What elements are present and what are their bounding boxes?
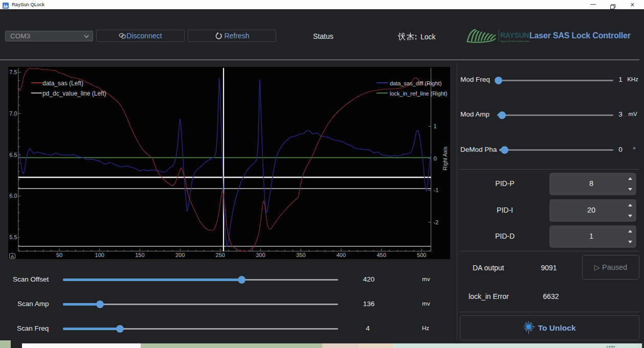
svg-text:100: 100 <box>95 252 104 258</box>
svg-text:500: 500 <box>417 252 426 258</box>
svg-text:5.5: 5.5 <box>9 234 17 240</box>
svg-text:0: 0 <box>434 155 437 161</box>
svg-text:data_sas_diff (Right): data_sas_diff (Right) <box>390 80 441 86</box>
svg-text:A: A <box>11 254 14 259</box>
svg-text:pd_dc_value_line (Left): pd_dc_value_line (Left) <box>42 90 106 97</box>
svg-text:Lighting Your Future DaySun Vi: Lighting Your Future DaySun Vision <box>500 40 529 42</box>
svg-text:200: 200 <box>175 252 185 258</box>
svg-text:250: 250 <box>216 252 225 258</box>
svg-text:-1: -1 <box>434 187 439 193</box>
svg-text:7.5: 7.5 <box>9 69 17 75</box>
svg-text:400: 400 <box>337 252 346 258</box>
svg-text:-2: -2 <box>434 219 439 225</box>
svg-text:data_sas (Left): data_sas (Left) <box>42 80 83 87</box>
svg-text:150: 150 <box>135 252 144 258</box>
svg-text:7.0: 7.0 <box>9 110 17 117</box>
svg-text:300: 300 <box>256 252 265 258</box>
svg-text:50: 50 <box>56 252 62 258</box>
svg-text:450: 450 <box>376 252 386 258</box>
svg-text:lock_in_ref_line (Right): lock_in_ref_line (Right) <box>390 90 448 97</box>
svg-text:6.5: 6.5 <box>9 152 17 158</box>
svg-text:Right Axis: Right Axis <box>442 147 448 171</box>
svg-text:6.0: 6.0 <box>9 193 17 199</box>
svg-text:1: 1 <box>434 123 437 129</box>
svg-text:RAYSUN: RAYSUN <box>500 31 529 39</box>
svg-text:350: 350 <box>296 252 305 258</box>
